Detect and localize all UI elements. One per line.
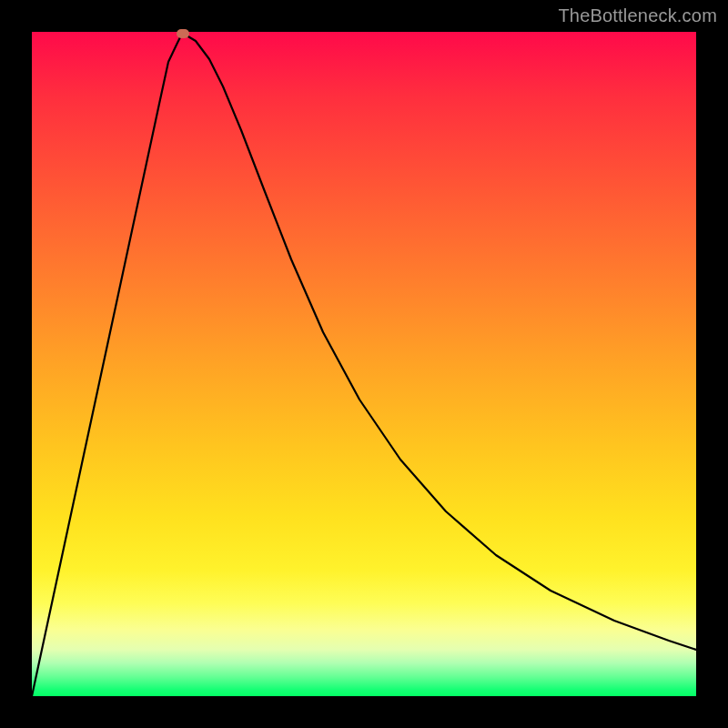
bottleneck-curve	[32, 32, 696, 696]
plot-area	[32, 32, 696, 696]
watermark-text: TheBottleneck.com	[558, 5, 717, 26]
optimal-point-marker	[177, 29, 189, 38]
chart-frame: TheBottleneck.com	[0, 0, 728, 728]
